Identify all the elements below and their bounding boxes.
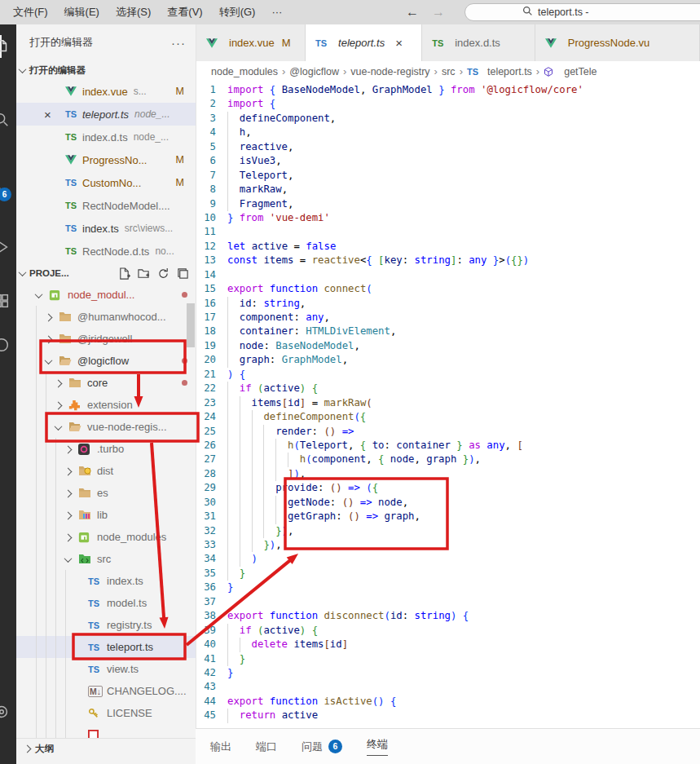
code-line-33[interactable]: 33}), bbox=[196, 538, 700, 552]
chevron-down-icon[interactable] bbox=[55, 421, 68, 433]
chevron-down-icon[interactable] bbox=[46, 355, 59, 367]
refresh-icon[interactable] bbox=[157, 267, 169, 280]
tree-item-es[interactable]: es bbox=[16, 482, 196, 504]
code-line-40[interactable]: 40delete items[id] bbox=[196, 638, 700, 651]
project-section-header[interactable]: PROJE... bbox=[16, 263, 196, 284]
tree-item-core[interactable]: core bbox=[16, 372, 196, 394]
sidebar-scrollbar[interactable] bbox=[187, 303, 195, 347]
explorer-icon[interactable] bbox=[0, 38, 11, 56]
panel-tab-终端[interactable]: 终端 bbox=[367, 737, 388, 756]
menu-item-0[interactable]: 文件(F) bbox=[5, 6, 56, 18]
command-center-search[interactable]: teleport.ts - bbox=[464, 3, 700, 21]
close-icon[interactable]: × bbox=[44, 108, 65, 121]
code-editor[interactable]: 1import { BaseNodeModel, GraphModel } fr… bbox=[196, 82, 700, 728]
panel-tab-问题[interactable]: 问题6 bbox=[302, 740, 342, 754]
open-editor-CustomNo...[interactable]: TSCustomNo...M bbox=[16, 171, 196, 194]
code-line-35[interactable]: 35} bbox=[196, 567, 700, 581]
code-line-7[interactable]: 7Teleport, bbox=[196, 169, 700, 183]
new-folder-icon[interactable] bbox=[138, 267, 150, 280]
code-line-15[interactable]: 15export function connect( bbox=[196, 282, 700, 296]
open-editor-teleport.ts[interactable]: ×TSteleport.tsnode_... bbox=[16, 103, 196, 126]
chevron-right-icon[interactable] bbox=[65, 443, 78, 455]
code-line-27[interactable]: 27h(component, { node, graph }), bbox=[196, 453, 700, 466]
code-line-3[interactable]: 3defineComponent, bbox=[196, 112, 700, 126]
tree-item-model.ts[interactable]: TSmodel.ts bbox=[16, 592, 196, 614]
code-line-14[interactable]: 14 bbox=[196, 268, 700, 282]
extensions-icon[interactable] bbox=[0, 292, 11, 310]
tree-item-.turbo[interactable]: .turbo bbox=[16, 438, 196, 460]
tree-item-vue-node-regis...[interactable]: vue-node-regis... bbox=[16, 416, 196, 438]
code-line-32[interactable]: 32}), bbox=[196, 524, 700, 538]
tree-item-@humanwhocod...[interactable]: @humanwhocod... bbox=[16, 306, 196, 328]
code-line-16[interactable]: 16id: string, bbox=[196, 297, 700, 311]
panel-tab-输出[interactable]: 输出 bbox=[210, 740, 231, 754]
code-line-29[interactable]: 29provide: () => ({ bbox=[196, 481, 700, 495]
open-editor-index.ts[interactable]: TSindex.tssrc\views... bbox=[16, 217, 196, 240]
code-line-4[interactable]: 4h, bbox=[196, 126, 700, 139]
code-line-20[interactable]: 20graph: GraphModel, bbox=[196, 353, 700, 367]
breadcrumb-item-node_modules[interactable]: node_modules bbox=[211, 66, 278, 77]
search-view-icon[interactable] bbox=[0, 111, 11, 129]
tree-item-teleport.ts[interactable]: TSteleport.ts bbox=[16, 636, 196, 658]
code-line-19[interactable]: 19node: BaseNodeModel, bbox=[196, 339, 700, 353]
more-actions-icon[interactable]: ··· bbox=[171, 36, 186, 50]
code-line-44[interactable]: 44export function isActive() { bbox=[196, 695, 700, 709]
tree-item-dist[interactable]: dist bbox=[16, 460, 196, 482]
new-file-icon[interactable] bbox=[118, 267, 130, 280]
breadcrumb-item-teleport.ts[interactable]: TSteleport.ts bbox=[467, 66, 532, 77]
code-line-8[interactable]: 8markRaw, bbox=[196, 183, 700, 197]
breadcrumb-item-src[interactable]: src bbox=[442, 66, 456, 77]
code-line-31[interactable]: 31getGraph: () => graph, bbox=[196, 510, 700, 523]
outline-section-header[interactable]: 大纲 bbox=[16, 738, 196, 759]
tree-item-view.ts[interactable]: TSview.ts bbox=[16, 658, 196, 680]
code-line-9[interactable]: 9Fragment, bbox=[196, 197, 700, 211]
menu-item-4[interactable]: 转到(G) bbox=[211, 6, 264, 18]
code-line-1[interactable]: 1import { BaseNodeModel, GraphModel } fr… bbox=[196, 83, 700, 97]
open-editor-RectNode.d.ts[interactable]: TSRectNode.d.tsno... bbox=[16, 240, 196, 263]
breadcrumb-item-getTele[interactable]: getTele bbox=[544, 66, 597, 77]
tree-item-CHANGELOG....[interactable]: M↓CHANGELOG.... bbox=[16, 680, 196, 702]
menu-item-3[interactable]: 查看(V) bbox=[159, 6, 210, 18]
code-line-17[interactable]: 17component: any, bbox=[196, 311, 700, 325]
tree-item-node_modules[interactable]: node_modules bbox=[16, 526, 196, 548]
chevron-right-icon[interactable] bbox=[65, 509, 78, 521]
code-line-22[interactable]: 22if (active) { bbox=[196, 382, 700, 395]
code-line-5[interactable]: 5reactive, bbox=[196, 140, 700, 154]
tree-item-extension[interactable]: extension bbox=[16, 394, 196, 416]
code-line-11[interactable]: 11 bbox=[196, 225, 700, 239]
code-line-45[interactable]: 45return active bbox=[196, 709, 700, 722]
code-line-39[interactable]: 39if (active) { bbox=[196, 624, 700, 638]
open-editors-section-header[interactable]: 打开的编辑器 bbox=[16, 60, 196, 80]
collapse-all-icon[interactable] bbox=[177, 267, 189, 280]
open-editor-RectNodeModel....[interactable]: TSRectNodeModel.... bbox=[16, 194, 196, 217]
code-line-43[interactable]: 43 bbox=[196, 680, 700, 694]
chevron-right-icon[interactable] bbox=[65, 487, 78, 499]
open-editor-index.vue[interactable]: index.vues...M bbox=[16, 80, 196, 103]
settings-gear-icon[interactable] bbox=[0, 703, 11, 721]
code-line-13[interactable]: 13const items = reactive<{ [key: string]… bbox=[196, 254, 700, 267]
code-line-21[interactable]: 21) { bbox=[196, 368, 700, 382]
tree-item-@jridgewell[interactable]: @jridgewell bbox=[16, 328, 196, 350]
tree-item-lib[interactable]: lib bbox=[16, 504, 196, 526]
code-line-34[interactable]: 34) bbox=[196, 552, 700, 566]
code-line-30[interactable]: 30getNode: () => node, bbox=[196, 496, 700, 510]
code-line-41[interactable]: 41} bbox=[196, 652, 700, 666]
open-editor-ProgressNo...[interactable]: ProgressNo...M bbox=[16, 148, 196, 171]
tree-item-@logicflow[interactable]: @logicflow bbox=[16, 350, 196, 372]
menu-item-1[interactable]: 编辑(E) bbox=[56, 6, 108, 18]
code-line-25[interactable]: 25render: () => bbox=[196, 425, 700, 439]
chevron-right-icon[interactable] bbox=[55, 399, 68, 411]
chevron-right-icon[interactable] bbox=[65, 531, 78, 543]
code-line-36[interactable]: 36} bbox=[196, 581, 700, 594]
tree-item-src[interactable]: src bbox=[16, 548, 196, 570]
tab-teleport.ts[interactable]: TSteleport.ts× bbox=[306, 24, 422, 61]
code-line-26[interactable]: 26h(Teleport, { to: container } as any, … bbox=[196, 439, 700, 453]
chevron-right-icon[interactable] bbox=[65, 465, 78, 477]
breadcrumb-item-vue-node-registry[interactable]: vue-node-registry bbox=[350, 66, 429, 77]
run-debug-icon[interactable] bbox=[0, 238, 11, 256]
code-line-6[interactable]: 6isVue3, bbox=[196, 154, 700, 168]
code-line-38[interactable]: 38export function disconnect(id: string)… bbox=[196, 609, 700, 623]
code-line-12[interactable]: 12let active = false bbox=[196, 240, 700, 254]
tree-item-index.ts[interactable]: TSindex.ts bbox=[16, 570, 196, 592]
code-line-24[interactable]: 24defineComponent({ bbox=[196, 410, 700, 424]
